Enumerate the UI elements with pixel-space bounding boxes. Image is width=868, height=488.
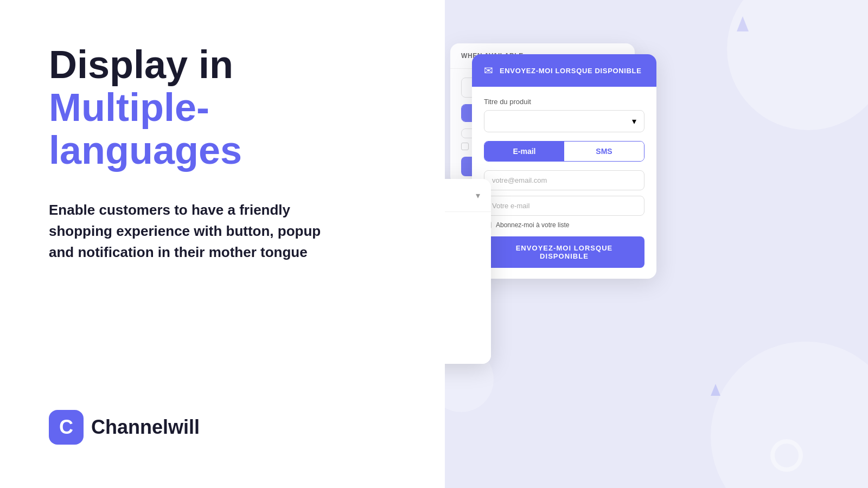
tab-email[interactable]: E-mail	[484, 142, 564, 161]
subscribe-row: Abonnez-moi à votre liste	[484, 221, 644, 229]
submit-button[interactable]: ENVOYEZ-MOI LORSQUE DISPONIBLE	[484, 236, 644, 268]
left-panel: Display in Multiple-languages Enable cus…	[0, 0, 445, 488]
language-dropdown-card: 🇫🇷 French ▾ 🇬🇧 English 🇫🇷 French 🇨🇳 Chin…	[445, 179, 491, 364]
email-input[interactable]: votre@email.com	[484, 170, 644, 190]
product-select-chevron-icon: ▾	[632, 116, 636, 126]
contact-tabs: E-mail SMS	[484, 141, 644, 162]
deco-circle-mid	[770, 439, 803, 472]
right-panel: WHEN AVAILABLE ▾ E-mail SMS Subscribe me…	[445, 0, 868, 488]
tab-sms[interactable]: SMS	[564, 142, 644, 161]
popup-body: Titre du produit ▾ E-mail SMS votre@emai…	[472, 87, 656, 279]
product-label: Titre du produit	[484, 98, 644, 106]
subscribe-label: Abonnez-moi à votre liste	[496, 221, 569, 229]
email-input-2[interactable]: Votre e-mail	[484, 196, 644, 216]
popup-card-front: ✉ ENVOYEZ-MOI LORSQUE DISPONIBLE Titre d…	[472, 54, 656, 279]
language-header[interactable]: 🇫🇷 French ▾	[445, 179, 491, 212]
headline-line1: Display in	[49, 43, 396, 86]
description-text: Enable customers to have a friendly shop…	[49, 200, 347, 263]
popup-header: ✉ ENVOYEZ-MOI LORSQUE DISPONIBLE	[472, 54, 656, 87]
lang-item-english[interactable]: 🇬🇧 English	[445, 212, 491, 242]
logo-letter: C	[59, 416, 73, 439]
lang-item-spanish[interactable]: 🇪🇸 Spanish	[445, 303, 491, 333]
logo-icon: C	[49, 410, 84, 445]
deco-triangle-bottom	[711, 384, 720, 396]
headline-line2: Multiple-languages	[49, 86, 396, 172]
lang-item-japanese[interactable]: 🇯🇵 Japanese	[445, 333, 491, 364]
logo-area: C Channelwill	[49, 410, 396, 445]
email-input-2-placeholder: Votre e-mail	[492, 202, 529, 210]
hero-section: Display in Multiple-languages Enable cus…	[49, 43, 396, 388]
language-list: 🇬🇧 English 🇫🇷 French 🇨🇳 Chinese 🇪🇸 Spani…	[445, 212, 491, 364]
lang-item-chinese[interactable]: 🇨🇳 Chinese	[445, 273, 491, 303]
popup-back-checkbox[interactable]	[461, 143, 469, 150]
email-icon: ✉	[484, 64, 493, 77]
dropdown-chevron-icon: ▾	[476, 190, 480, 201]
deco-circle-top-left	[727, 0, 868, 130]
email-input-placeholder: votre@email.com	[492, 176, 547, 184]
logo-text: Channelwill	[91, 416, 200, 439]
popup-header-text: ENVOYEZ-MOI LORSQUE DISPONIBLE	[500, 67, 641, 75]
lang-item-french[interactable]: 🇫🇷 French	[445, 242, 491, 273]
product-select[interactable]: ▾	[484, 110, 644, 132]
